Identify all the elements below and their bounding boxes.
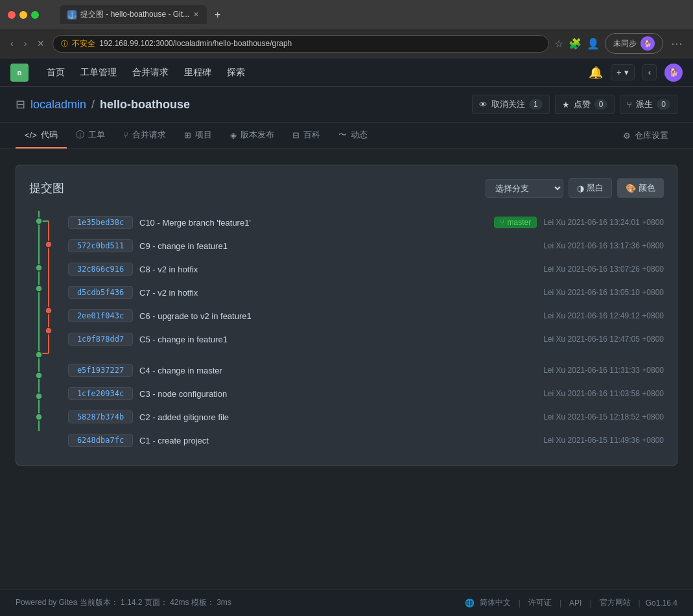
sync-label: 未同步 <box>613 38 637 49</box>
tab-projects[interactable]: ⊞ 项目 <box>175 123 221 148</box>
new-tab-button[interactable]: + <box>209 6 226 23</box>
star-count: 0 <box>594 99 608 110</box>
commit-meta: Lei Xu 2021-06-15 11:49:36 +0800 <box>543 436 664 445</box>
tab-code[interactable]: </> 代码 <box>16 123 67 148</box>
releases-label: 版本发布 <box>241 129 274 141</box>
nav-item-explore[interactable]: 探索 <box>219 58 253 87</box>
tab-settings[interactable]: ⚙ 仓库设置 <box>614 123 677 148</box>
repo-name-link[interactable]: hello-boathouse <box>100 98 190 112</box>
nav-item-issues[interactable]: 工单管理 <box>73 58 124 87</box>
commit-hash[interactable]: 32c866c916 <box>68 263 133 276</box>
commit-row: 32c866c916 C8 - v2 in hotfix Lei Xu 2021… <box>68 257 664 281</box>
footer-license-link[interactable]: 许可证 <box>528 597 552 608</box>
commit-info: d5cdb5f436 C7 - v2 in hotfix Lei Xu 2021… <box>68 286 664 299</box>
footer-divider: | <box>559 598 561 608</box>
commit-author: Lei Xu <box>543 288 565 297</box>
commit-hash[interactable]: 58287b374b <box>68 410 133 423</box>
commit-info: 2ee01f043c C6 - upgrade to v2 in feature… <box>68 309 664 322</box>
user-avatar[interactable]: 🐕 <box>664 64 683 82</box>
minimize-window-button[interactable] <box>19 11 27 19</box>
nav-more-button[interactable]: ‹ <box>642 64 657 80</box>
app-nav-right: 🔔 + ▾ ‹ 🐕 <box>589 64 683 82</box>
tab-releases[interactable]: ◈ 版本发布 <box>221 123 283 148</box>
branch-select[interactable]: 选择分支 <box>486 179 563 198</box>
watch-icon: 👁 <box>479 100 487 110</box>
commit-meta: Lei Xu 2021-06-16 13:17:36 +0800 <box>543 241 664 250</box>
commit-meta: Lei Xu 2021-06-16 13:05:10 +0800 <box>543 288 664 297</box>
bookmark-icon[interactable]: ☆ <box>554 38 563 50</box>
commit-message: C1 - create project <box>139 436 537 445</box>
nav-item-home[interactable]: 首页 <box>39 58 73 87</box>
repo-tabs: </> 代码 ⓘ 工单 ⑂ 合并请求 ⊞ 项目 ◈ 版本发布 ⊟ 百科 〜 动态… <box>0 123 693 149</box>
view-color-button[interactable]: 🎨 颜色 <box>617 178 664 198</box>
view-bw-button[interactable]: ◑ 黑白 <box>569 178 612 198</box>
commit-hash[interactable]: 2ee01f043c <box>68 309 133 322</box>
footer-powered-by: Powered by Gitea 当前版本： 1.14.2 页面： 42ms 模… <box>16 597 231 608</box>
commit-hash[interactable]: 1cfe20934c <box>68 387 133 400</box>
tab-favicon: ⚓ <box>67 10 76 19</box>
watch-button[interactable]: 👁 取消关注 1 <box>472 95 550 114</box>
tab-wiki[interactable]: ⊟ 百科 <box>283 123 329 148</box>
svg-point-7 <box>45 241 52 248</box>
commit-row: 2ee01f043c C6 - upgrade to v2 in feature… <box>68 304 664 327</box>
browser-menu-button[interactable]: ⋯ <box>668 35 685 52</box>
back-button[interactable]: ‹ <box>8 37 16 50</box>
tab-issues[interactable]: ⓘ 工单 <box>67 123 114 148</box>
star-button[interactable]: ★ 点赞 0 <box>555 95 615 114</box>
projects-icon: ⊞ <box>184 130 191 140</box>
commit-row: 572c0bd511 C9 - change in feature1 Lei X… <box>68 234 664 257</box>
code-icon: </> <box>25 130 37 140</box>
active-tab[interactable]: ⚓ 提交图 - hello-boathouse - Git... ✕ <box>60 5 207 24</box>
tab-close-button[interactable]: ✕ <box>193 10 199 19</box>
footer-language-link[interactable]: 简体中文 <box>480 597 511 608</box>
url-bar[interactable]: ⓘ 不安全 192.168.99.102:3000/localadmin/hel… <box>53 35 549 53</box>
nav-item-milestones[interactable]: 里程碑 <box>176 58 219 87</box>
close-button[interactable]: ✕ <box>34 37 47 50</box>
tab-activity[interactable]: 〜 动态 <box>329 123 377 148</box>
repo-icon: ⊟ <box>16 97 25 112</box>
create-button[interactable]: + ▾ <box>611 64 635 80</box>
commit-hash[interactable]: e5f1937227 <box>68 364 133 377</box>
svg-point-13 <box>36 372 42 379</box>
close-window-button[interactable] <box>8 11 16 19</box>
profile-icon[interactable]: 👤 <box>587 38 600 50</box>
commit-date: 2021-06-15 12:18:52 +0800 <box>568 412 664 421</box>
commit-date: 2021-06-16 13:05:10 +0800 <box>568 288 664 297</box>
branch-name: master <box>507 218 531 227</box>
commit-hash[interactable]: 1e35bed38c <box>68 216 133 229</box>
sync-button[interactable]: 未同步 🐕 <box>605 33 663 54</box>
svg-text:B: B <box>18 69 22 76</box>
commit-message: C8 - v2 in hotfix <box>139 265 537 274</box>
commit-date: 2021-06-16 13:24:01 +0800 <box>568 218 664 227</box>
fork-button[interactable]: ⑂ 派生 0 <box>620 95 677 114</box>
footer-go-version: Go1.16.4 <box>646 598 677 608</box>
commit-hash[interactable]: d5cdb5f436 <box>68 286 133 299</box>
graph-body: 1e35bed38c C10 - Merge branch 'feature1'… <box>29 211 664 452</box>
extensions-icon[interactable]: 🧩 <box>569 38 581 50</box>
maximize-window-button[interactable] <box>31 11 39 19</box>
app-logo[interactable]: B <box>10 64 29 82</box>
notification-icon[interactable]: 🔔 <box>589 65 603 80</box>
graph-container: 提交图 选择分支 ◑ 黑白 🎨 颜色 <box>16 165 677 466</box>
commit-date: 2021-06-15 11:49:36 +0800 <box>568 436 664 445</box>
fork-label: 派生 <box>636 99 653 110</box>
commit-author: Lei Xu <box>543 311 565 320</box>
footer-links: Powered by Gitea 当前版本： 1.14.2 页面： 42ms 模… <box>16 597 677 608</box>
footer-api-link[interactable]: API <box>569 598 581 608</box>
nav-item-pulls[interactable]: 合并请求 <box>124 58 176 87</box>
app-topnav: B 首页 工单管理 合并请求 里程碑 探索 🔔 + ▾ ‹ 🐕 <box>0 58 693 87</box>
graph-title: 提交图 <box>29 180 64 196</box>
forward-button[interactable]: › <box>21 37 30 50</box>
tab-pulls[interactable]: ⑂ 合并请求 <box>114 123 175 148</box>
footer-website-link[interactable]: 官方网站 <box>600 597 631 608</box>
graph-spacer <box>68 351 664 359</box>
pulls-icon: ⑂ <box>123 130 128 140</box>
svg-point-14 <box>36 393 42 399</box>
browser-titlebar: ⚓ 提交图 - hello-boathouse - Git... ✕ + <box>0 0 693 29</box>
commit-author: Lei Xu <box>543 366 565 375</box>
commit-hash[interactable]: 572c0bd511 <box>68 239 133 252</box>
commit-hash[interactable]: 6248dba7fc <box>68 434 133 447</box>
commit-hash[interactable]: 1c0f878dd7 <box>68 333 133 346</box>
commit-meta: Lei Xu 2021-06-15 12:18:52 +0800 <box>543 412 664 421</box>
repo-owner-link[interactable]: localadmin <box>30 98 86 112</box>
